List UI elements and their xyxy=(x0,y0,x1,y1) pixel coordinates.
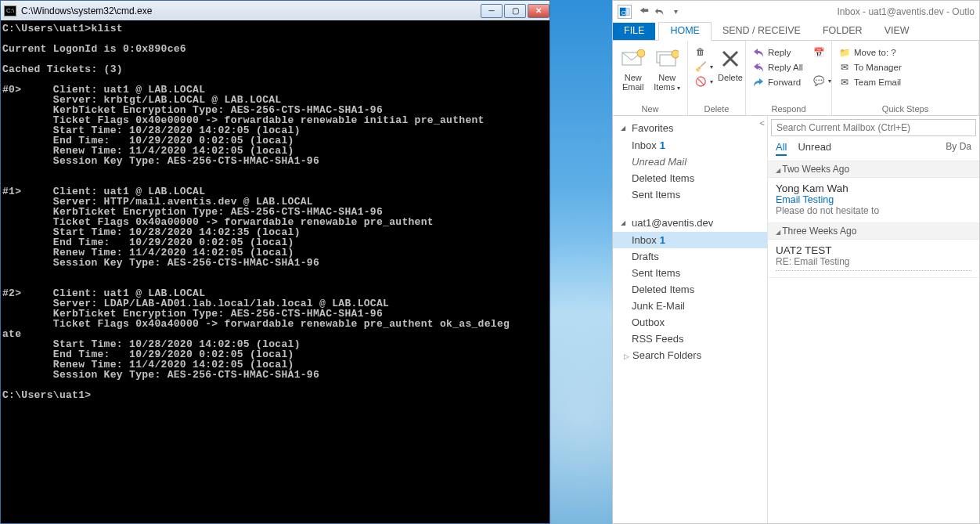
message-item[interactable]: Yong Kam Wah Email Testing Please do not… xyxy=(768,178,979,223)
forward-button[interactable]: Forward xyxy=(751,75,805,89)
tab-view[interactable]: VIEW xyxy=(874,23,921,40)
reply-icon xyxy=(752,46,765,59)
reply-all-icon xyxy=(752,61,765,74)
nav-fav-sent[interactable]: Sent Items xyxy=(613,186,767,203)
outlook-window: O ▾ Inbox - uat1@aventis.dev - Outlo FIL… xyxy=(612,0,980,524)
ribbon: New Email New Items ▾ New 🗑 🧹▾ 🚫▾ Delete xyxy=(613,41,979,116)
new-items-button[interactable]: New Items ▾ xyxy=(652,43,683,93)
tab-home[interactable]: HOME xyxy=(658,22,712,41)
qat-undo-icon[interactable] xyxy=(652,4,668,20)
nav-fav-inbox[interactable]: Inbox1 xyxy=(613,137,767,154)
team-email-icon: ✉ xyxy=(838,76,851,89)
delete-button[interactable]: Delete xyxy=(718,43,743,82)
ribbon-tabs: FILE HOME SEND / RECEIVE FOLDER VIEW xyxy=(613,22,979,41)
svg-point-4 xyxy=(637,49,645,57)
delete-icon xyxy=(718,46,743,71)
desktop-background xyxy=(550,0,612,524)
date-group-three-weeks[interactable]: Three Weeks Ago xyxy=(768,223,979,240)
minimize-button[interactable]: ─ xyxy=(481,4,503,18)
msg-from: UAT2 TEST xyxy=(776,244,971,256)
move-to-icon: 📁 xyxy=(838,46,851,59)
nav-junk[interactable]: Junk E-Mail xyxy=(613,298,767,314)
to-manager-icon: ✉ xyxy=(838,61,851,74)
outlook-titlebar[interactable]: O ▾ Inbox - uat1@aventis.dev - Outlo xyxy=(613,1,979,22)
group-quick-steps-label: Quick Steps xyxy=(837,104,974,115)
nav-deleted[interactable]: Deleted Items xyxy=(613,281,767,298)
msg-from: Yong Kam Wah xyxy=(776,182,971,194)
nav-search-folders[interactable]: Search Folders xyxy=(613,347,767,363)
nav-rss[interactable]: RSS Feeds xyxy=(613,331,767,347)
date-group-two-weeks[interactable]: Two Weeks Ago xyxy=(768,161,979,178)
cmd-title: C:\Windows\system32\cmd.exe xyxy=(21,5,479,16)
divider xyxy=(776,270,971,271)
msg-subject: Email Testing xyxy=(776,194,971,205)
cleanup-icon: 🧹 xyxy=(694,60,707,73)
ignore-button[interactable]: 🗑 xyxy=(693,45,715,59)
message-item[interactable]: UAT2 TEST RE: Email Testing xyxy=(768,240,979,278)
meeting-button[interactable]: 📅 xyxy=(811,45,833,60)
more-respond-button[interactable]: 💬▾ xyxy=(811,74,833,88)
filter-row: All Unread By Da xyxy=(768,138,979,161)
nav-inbox[interactable]: Inbox1 xyxy=(613,232,767,248)
message-list-pane: All Unread By Da Two Weeks Ago Yong Kam … xyxy=(768,116,979,523)
cmd-icon: C:\ xyxy=(4,5,16,16)
svg-rect-2 xyxy=(626,8,629,15)
tab-send-receive[interactable]: SEND / RECEIVE xyxy=(712,23,812,40)
tab-file[interactable]: FILE xyxy=(613,23,655,40)
qat-customize-icon[interactable]: ▾ xyxy=(668,4,683,20)
outlook-icon: O xyxy=(618,5,632,19)
folder-pane: < Favorites Inbox1 Unread Mail Deleted I… xyxy=(613,116,768,523)
nav-sent[interactable]: Sent Items xyxy=(613,265,767,281)
cmd-window: C:\ C:\Windows\system32\cmd.exe ─ ▢ ✕ C:… xyxy=(0,0,550,524)
search-input[interactable] xyxy=(771,119,976,136)
qat-send-receive-icon[interactable] xyxy=(636,4,652,20)
svg-text:O: O xyxy=(622,9,626,16)
forward-icon xyxy=(752,76,765,89)
cmd-titlebar[interactable]: C:\ C:\Windows\system32\cmd.exe ─ ▢ ✕ xyxy=(1,1,549,20)
filter-unread[interactable]: Unread xyxy=(798,141,831,156)
filter-all[interactable]: All xyxy=(776,141,787,156)
meeting-icon: 📅 xyxy=(812,46,825,59)
junk-button[interactable]: 🚫▾ xyxy=(693,74,715,89)
collapse-folder-pane-icon[interactable]: < xyxy=(760,118,765,128)
nav-drafts[interactable]: Drafts xyxy=(613,248,767,265)
more-icon: 💬 xyxy=(812,74,825,87)
new-email-button[interactable]: New Email xyxy=(618,43,649,92)
nav-outbox[interactable]: Outbox xyxy=(613,314,767,331)
junk-icon: 🚫 xyxy=(694,75,707,88)
reply-button[interactable]: Reply xyxy=(751,45,805,60)
msg-preview: Please do not hesitate to xyxy=(776,205,971,216)
new-email-icon xyxy=(621,46,646,71)
to-manager-button[interactable]: ✉To Manager xyxy=(837,60,974,74)
nav-unread-mail[interactable]: Unread Mail xyxy=(613,154,767,170)
close-button[interactable]: ✕ xyxy=(528,4,549,18)
team-email-button[interactable]: ✉Team Email xyxy=(837,75,974,89)
outlook-window-title: Inbox - uat1@aventis.dev - Outlo xyxy=(683,6,975,17)
favorites-header[interactable]: Favorites xyxy=(613,119,767,137)
group-new-label: New xyxy=(618,104,683,115)
cmd-output[interactable]: C:\Users\uat1>klist Current LogonId is 0… xyxy=(1,20,549,403)
group-respond-label: Respond xyxy=(751,104,827,115)
move-to-button[interactable]: 📁Move to: ? xyxy=(837,45,974,60)
tab-folder[interactable]: FOLDER xyxy=(812,23,874,40)
sort-by-date[interactable]: By Da xyxy=(946,141,971,156)
outlook-main: < Favorites Inbox1 Unread Mail Deleted I… xyxy=(613,116,979,523)
reply-all-button[interactable]: Reply All xyxy=(751,60,805,74)
group-delete-label: Delete xyxy=(693,104,740,115)
cleanup-button[interactable]: 🧹▾ xyxy=(693,60,715,74)
new-items-icon xyxy=(654,46,679,71)
nav-fav-deleted[interactable]: Deleted Items xyxy=(613,170,767,186)
svg-point-7 xyxy=(672,50,679,58)
maximize-button[interactable]: ▢ xyxy=(504,4,526,18)
account-header[interactable]: uat1@aventis.dev xyxy=(613,214,767,232)
ignore-icon: 🗑 xyxy=(694,45,707,58)
msg-subject: RE: Email Testing xyxy=(776,256,971,267)
